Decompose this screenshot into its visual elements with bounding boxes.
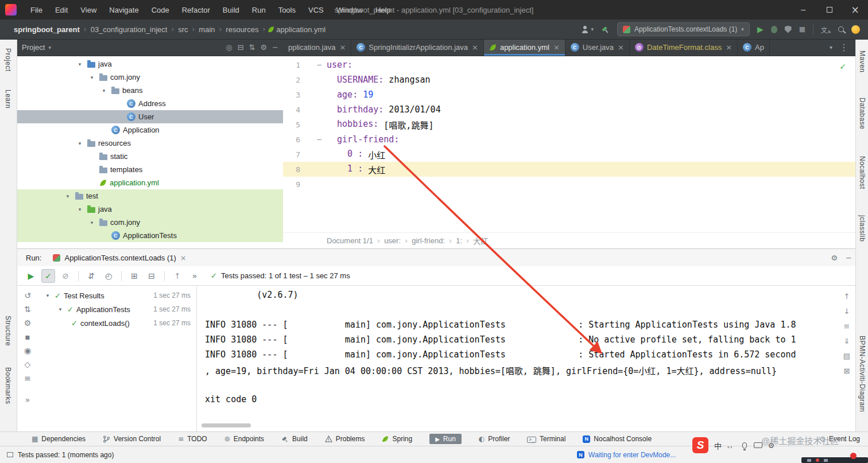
build-hammer-icon[interactable]	[601, 25, 610, 34]
stop-icon[interactable]	[25, 332, 30, 341]
minimize-icon[interactable]	[790, 0, 816, 20]
test-tree-row[interactable]: ApplicationTests1 sec 27 ms	[38, 302, 196, 316]
code-line[interactable]: 4 birthday: 2013/01/04	[283, 102, 855, 117]
close-icon[interactable]	[726, 43, 732, 52]
tree-row-resources[interactable]: resources	[17, 137, 283, 150]
breadcrumb-index[interactable]: 1:	[454, 236, 464, 245]
stop-button[interactable]	[799, 25, 805, 33]
tree-row-test[interactable]: test	[17, 189, 283, 203]
toolwindow-bpmn[interactable]: BPMN-Activiti-Diagram	[858, 336, 866, 412]
notification-badge[interactable]	[850, 453, 857, 459]
settings-gear-icon[interactable]	[260, 43, 267, 52]
sort-by-duration-icon[interactable]	[102, 269, 115, 283]
tree-row-com-jony[interactable]: com.jony	[17, 71, 283, 84]
project-panel-title[interactable]: Project	[22, 43, 45, 52]
run-button[interactable]	[757, 25, 764, 34]
tree-row-java[interactable]: java	[17, 57, 283, 71]
menu-item-navigate[interactable]: Navigate	[103, 0, 145, 20]
code-line[interactable]: 3 age: 19	[283, 87, 855, 102]
settings-gear-icon[interactable]	[831, 254, 838, 262]
fold-icon[interactable]	[300, 135, 327, 143]
locate-file-icon[interactable]	[226, 43, 232, 52]
hide-panel-icon[interactable]	[272, 43, 278, 52]
breadcrumb-user[interactable]: user:	[382, 236, 403, 245]
toolwindow-jclasslib[interactable]: jclasslib	[858, 215, 866, 242]
show-passed-toggle[interactable]	[41, 269, 55, 283]
toolwindow-maven[interactable]: Maven	[858, 50, 866, 73]
chevron-down-icon[interactable]	[48, 45, 51, 50]
clear-console-icon[interactable]	[844, 367, 850, 375]
tree-row-test-com-jony[interactable]: com.jony	[17, 216, 283, 229]
toolwindow-database[interactable]: Database	[858, 98, 866, 129]
code-line[interactable]: 6 girl-friend:	[283, 132, 855, 147]
expand-chevron-icon[interactable]	[75, 61, 84, 67]
ignore-toggle[interactable]	[59, 269, 72, 283]
close-icon[interactable]	[842, 0, 868, 20]
collapse-all-icon[interactable]	[145, 269, 158, 283]
tree-row-templates[interactable]: templates	[17, 163, 283, 176]
tree-row-application[interactable]: Application	[17, 123, 283, 137]
code-line[interactable]: 9	[283, 177, 855, 192]
toolwindow-build[interactable]: Build	[281, 435, 308, 443]
toolwindow-nocalhost[interactable]: Nocalhost	[858, 156, 866, 189]
scroll-up-icon[interactable]	[844, 292, 850, 301]
tree-row-static[interactable]: static	[17, 150, 283, 163]
search-icon[interactable]	[838, 26, 844, 32]
tab-user-java[interactable]: User.java	[565, 39, 630, 56]
scroll-to-end-icon[interactable]	[844, 337, 850, 345]
toolwindow-learn[interactable]: Learn	[4, 90, 12, 108]
tab-datetimeformat-class[interactable]: DateTimeFormat.class	[630, 39, 738, 56]
tab-application-java[interactable]: pplication.java	[283, 39, 351, 56]
breadcrumb-src[interactable]: src	[176, 25, 189, 34]
toolwindow-nocalhost-console[interactable]: Nocalhost Console	[583, 435, 652, 443]
tree-row-beans[interactable]: beans	[17, 84, 283, 97]
test-console[interactable]: (v2.6.7) INFO 31080 --- [ main] com.jony…	[197, 286, 838, 431]
ime-language-toggle[interactable]: 中	[714, 440, 722, 451]
toolwindow-structure[interactable]: Structure	[4, 316, 12, 346]
code-line[interactable]: 2 USERNAME: zhangsan	[283, 72, 855, 87]
toolwindow-spring[interactable]: Spring	[382, 435, 412, 443]
close-icon[interactable]	[339, 43, 346, 52]
tab-application-yml[interactable]: application.yml	[484, 39, 565, 56]
breadcrumb-document[interactable]: Document 1/1	[324, 236, 375, 245]
expand-chevron-icon[interactable]	[87, 220, 96, 225]
tab-list-icon[interactable]	[830, 44, 832, 50]
menu-item-run[interactable]: Run	[246, 0, 272, 20]
expand-chevron-icon[interactable]	[75, 207, 84, 212]
menu-item-edit[interactable]: Edit	[49, 0, 74, 20]
scroll-down-icon[interactable]	[844, 307, 850, 316]
close-icon[interactable]	[553, 43, 560, 52]
hide-panel-icon[interactable]	[846, 254, 852, 262]
code-line[interactable]: 5 hobbies: [唱歌,跳舞]	[283, 117, 855, 132]
profile-button[interactable]	[581, 26, 594, 33]
previous-failed-icon[interactable]	[170, 269, 184, 283]
breadcrumb-resources[interactable]: resources	[224, 25, 260, 34]
more-options-icon[interactable]	[839, 42, 848, 53]
microphone-icon[interactable]	[742, 442, 747, 449]
toolwindow-todo[interactable]: TODO	[178, 435, 207, 443]
toolwindow-terminal[interactable]: Terminal	[527, 435, 565, 443]
code-line-current[interactable]: 8 1 : 大红	[283, 162, 855, 177]
menu-item-view[interactable]: View	[74, 0, 103, 20]
devmode-status[interactable]: Waiting for enter DevMode...	[577, 451, 676, 459]
sogou-logo-icon[interactable]	[692, 437, 708, 453]
menu-item-code[interactable]: Code	[145, 0, 176, 20]
tree-row-address[interactable]: Address	[17, 97, 283, 110]
toolwindow-dependencies[interactable]: Dependencies	[32, 435, 86, 443]
breadcrumb-value[interactable]: 大红	[471, 235, 490, 246]
code-editor[interactable]: 1user: 2 USERNAME: zhangsan 3 age: 19 4 …	[283, 56, 855, 232]
menu-item-file[interactable]: File	[24, 0, 49, 20]
expand-chevron-icon[interactable]	[87, 75, 96, 80]
menu-item-build[interactable]: Build	[216, 0, 246, 20]
toolwindow-profiler[interactable]: Profiler	[479, 435, 510, 443]
tree-row-user[interactable]: User	[17, 110, 283, 123]
horizontal-scrollbar[interactable]	[202, 423, 251, 427]
ime-punctuation-toggle[interactable]: 。，	[727, 442, 735, 449]
toolwindow-bookmarks[interactable]: Bookmarks	[4, 367, 12, 404]
expand-chevron-icon[interactable]	[75, 141, 84, 146]
debug-button[interactable]	[771, 26, 777, 33]
tree-row-application-yml[interactable]: application.yml	[17, 176, 283, 189]
tree-row-applicationtests[interactable]: ApplicationTests	[17, 229, 283, 242]
capture-icon[interactable]	[24, 346, 31, 355]
menu-item-refactor[interactable]: Refactor	[176, 0, 216, 20]
